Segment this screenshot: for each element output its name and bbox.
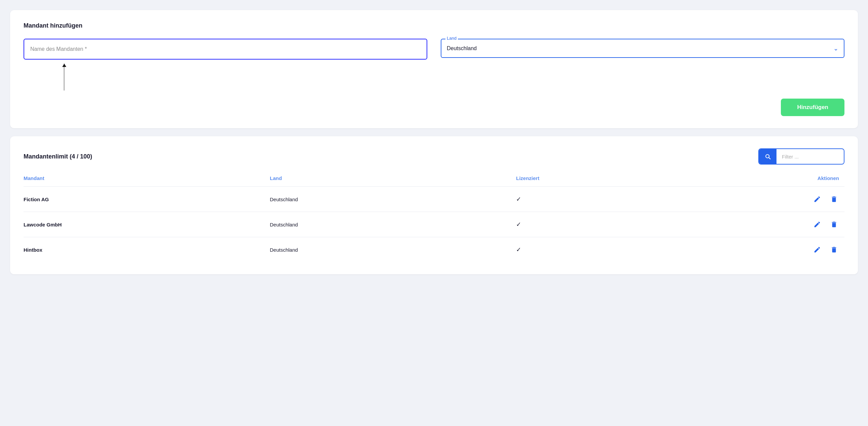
name-field-group — [24, 39, 427, 91]
pencil-icon — [813, 221, 821, 228]
cell-actions — [721, 212, 844, 237]
delete-button[interactable] — [829, 245, 839, 255]
check-icon: ✓ — [516, 221, 521, 228]
table-header-row: Mandant Land Lizenziert Aktionen — [24, 175, 844, 187]
trash-icon — [830, 246, 838, 253]
col-header-lizenziert: Lizenziert — [516, 175, 721, 187]
mandanten-table-card: Mandantenlimit (4 / 100) Mandant Land Li… — [10, 136, 858, 274]
mandanten-table: Mandant Land Lizenziert Aktionen Fiction… — [24, 175, 844, 262]
cell-land: Deutschland — [270, 237, 516, 263]
cell-mandant: Lawcode GmbH — [24, 212, 270, 237]
country-label: Land — [445, 36, 458, 41]
action-icons-group — [721, 194, 839, 204]
cursor-indicator — [64, 64, 64, 91]
pencil-icon — [813, 195, 821, 203]
check-icon: ✓ — [516, 246, 521, 253]
table-body: Fiction AG Deutschland ✓ — [24, 187, 844, 263]
col-header-land: Land — [270, 175, 516, 187]
trash-icon — [830, 195, 838, 203]
edit-button[interactable] — [812, 194, 822, 204]
trash-icon — [830, 221, 838, 228]
delete-button[interactable] — [829, 219, 839, 230]
filter-input[interactable] — [776, 150, 844, 163]
cell-lizenziert: ✓ — [516, 237, 721, 263]
form-actions: Hinzufügen — [24, 99, 844, 116]
cell-land: Deutschland — [270, 212, 516, 237]
cell-actions — [721, 187, 844, 212]
cell-actions — [721, 237, 844, 263]
edit-button[interactable] — [812, 219, 822, 230]
add-section-title: Mandant hinzufügen — [24, 22, 844, 29]
country-field-group: Land Deutschland Österreich Schweiz ⌄ — [441, 39, 844, 58]
search-icon — [764, 153, 771, 160]
cell-land: Deutschland — [270, 187, 516, 212]
hinzufuegen-button[interactable]: Hinzufügen — [781, 99, 844, 116]
action-icons-group — [721, 219, 839, 230]
cell-mandant: Fiction AG — [24, 187, 270, 212]
cell-lizenziert: ✓ — [516, 212, 721, 237]
table-head: Mandant Land Lizenziert Aktionen — [24, 175, 844, 187]
country-select-wrapper: Land Deutschland Österreich Schweiz ⌄ — [441, 39, 844, 58]
cell-lizenziert: ✓ — [516, 187, 721, 212]
table-title: Mandantenlimit (4 / 100) — [24, 153, 92, 160]
edit-button[interactable] — [812, 245, 822, 255]
name-input[interactable] — [25, 40, 426, 58]
country-select[interactable]: Deutschland Österreich Schweiz — [441, 39, 844, 57]
check-icon: ✓ — [516, 196, 521, 203]
pencil-icon — [813, 246, 821, 253]
form-row: Land Deutschland Österreich Schweiz ⌄ — [24, 39, 844, 91]
table-row: Fiction AG Deutschland ✓ — [24, 187, 844, 212]
table-row: Lawcode GmbH Deutschland ✓ — [24, 212, 844, 237]
action-icons-group — [721, 245, 839, 255]
table-row: Hintbox Deutschland ✓ — [24, 237, 844, 263]
col-header-mandant: Mandant — [24, 175, 270, 187]
search-button[interactable] — [759, 149, 776, 164]
table-header: Mandantenlimit (4 / 100) — [24, 148, 844, 164]
delete-button[interactable] — [829, 194, 839, 204]
add-mandant-card: Mandant hinzufügen Land Deutschland Öste… — [10, 10, 858, 128]
cell-mandant: Hintbox — [24, 237, 270, 263]
name-input-wrapper — [24, 39, 427, 60]
search-wrapper — [758, 148, 844, 164]
col-header-aktionen: Aktionen — [721, 175, 844, 187]
